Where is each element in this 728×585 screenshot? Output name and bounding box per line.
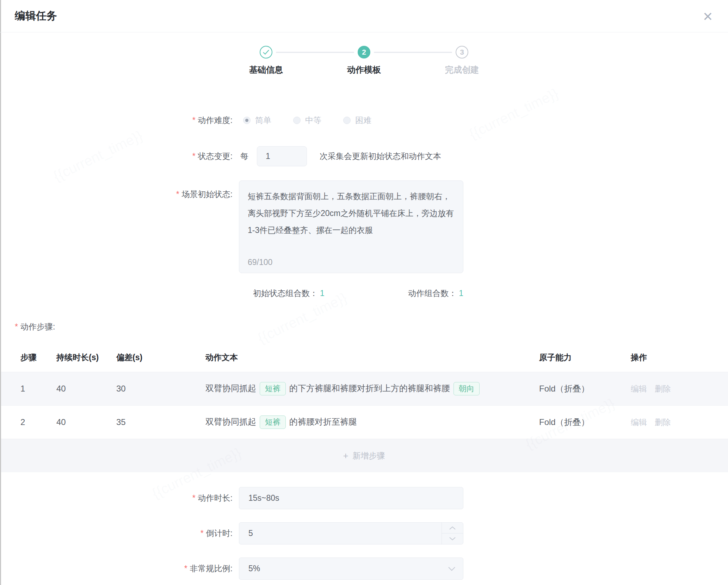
cell-atomic-ability: Fold（折叠） xyxy=(539,383,631,394)
add-step-button[interactable]: + 新增步骤 xyxy=(0,439,728,472)
state-change-prefix: 每 xyxy=(240,151,248,162)
action-duration-row: *动作时长: xyxy=(0,487,728,509)
step-label: 动作模板 xyxy=(347,64,381,75)
decrease-button[interactable] xyxy=(442,534,463,544)
cell-deviation: 35 xyxy=(116,417,205,427)
unusual-ratio-row: *非常规比例: xyxy=(0,558,728,580)
radio-label: 中等 xyxy=(305,115,321,126)
step-basic-info: 基础信息 xyxy=(217,46,315,75)
edit-link[interactable]: 编辑 xyxy=(631,384,647,393)
increase-button[interactable] xyxy=(442,523,463,534)
radio-circle-icon xyxy=(293,117,301,124)
cell-operations: 编辑删除 xyxy=(631,417,728,428)
initial-state-textarea[interactable]: 短裤五条数据背面朝上，五条数据正面朝上，裤腰朝右，离头部视野下方至少20cm之外… xyxy=(248,188,455,253)
step-label: 基础信息 xyxy=(249,64,283,75)
table-header-row: 步骤 持续时长(s) 偏差(s) 动作文本 原子能力 操作 xyxy=(0,343,728,372)
table-row: 2 40 35 双臂协同抓起短裤的裤腰对折至裤腿 Fold（折叠） 编辑删除 xyxy=(0,405,728,439)
state-change-label: *状态变更: xyxy=(0,151,233,162)
radio-label: 简单 xyxy=(255,115,271,126)
object-tag: 短裤 xyxy=(260,415,286,429)
chevron-down-icon xyxy=(449,537,456,541)
cell-step: 2 xyxy=(0,417,56,427)
step-done-circle xyxy=(260,46,272,58)
difficulty-label: *动作难度: xyxy=(0,115,233,126)
action-steps-table: 步骤 持续时长(s) 偏差(s) 动作文本 原子能力 操作 1 40 30 双臂… xyxy=(0,343,728,472)
action-duration-label: *动作时长: xyxy=(0,493,233,504)
step-pending-circle: 3 xyxy=(456,46,468,58)
table-row: 1 40 30 双臂协同抓起短裤的下方裤腿和裤腰对折到上方的裤腿和裤腰朝向 Fo… xyxy=(0,372,728,405)
col-atomic-ability: 原子能力 xyxy=(539,352,631,363)
radio-hard[interactable]: 困难 xyxy=(343,115,371,126)
close-icon[interactable]: × xyxy=(703,8,712,24)
initial-state-label: *场景初始状态: xyxy=(0,180,233,200)
cell-deviation: 30 xyxy=(116,384,205,394)
action-combos: 动作组合数：1 xyxy=(408,288,463,299)
countdown-number-input xyxy=(239,522,463,544)
step-action-template: 2 动作模板 xyxy=(315,46,413,75)
dialog-title: 编辑任务 xyxy=(15,9,703,23)
initial-combo-value: 1 xyxy=(320,289,325,298)
cell-atomic-ability: Fold（折叠） xyxy=(539,417,631,428)
check-icon xyxy=(263,49,270,55)
radio-circle-icon xyxy=(243,117,251,124)
stepper: 基础信息 2 动作模板 3 完成创建 xyxy=(0,46,728,75)
radio-simple[interactable]: 简单 xyxy=(243,115,271,126)
object-tag: 短裤 xyxy=(260,382,286,396)
col-operation: 操作 xyxy=(631,352,728,363)
countdown-input[interactable] xyxy=(239,522,463,544)
col-action-text: 动作文本 xyxy=(205,352,539,363)
cell-operations: 编辑删除 xyxy=(631,383,728,394)
difficulty-radio-group: 简单 中等 困难 xyxy=(243,115,393,126)
plus-icon: + xyxy=(343,450,348,461)
step-active-circle: 2 xyxy=(358,46,370,58)
initial-state-combos: 初始状态组合数：1 xyxy=(253,288,325,299)
initial-state-row: *场景初始状态: 短裤五条数据背面朝上，五条数据正面朝上，裤腰朝右，离头部视野下… xyxy=(0,180,728,273)
radio-circle-icon xyxy=(343,117,351,124)
cell-duration: 40 xyxy=(56,384,116,394)
unusual-ratio-value[interactable] xyxy=(239,558,463,580)
countdown-label: *倒计时: xyxy=(0,528,233,539)
delete-link[interactable]: 删除 xyxy=(655,384,671,393)
col-duration: 持续时长(s) xyxy=(56,352,116,363)
initial-state-box: 短裤五条数据背面朝上，五条数据正面朝上，裤腰朝右，离头部视野下方至少20cm之外… xyxy=(239,180,463,273)
col-step: 步骤 xyxy=(0,352,56,363)
step-label: 完成创建 xyxy=(445,64,479,75)
dialog-header: 编辑任务 × xyxy=(0,0,728,32)
delete-link[interactable]: 删除 xyxy=(655,418,671,427)
char-counter: 69/100 xyxy=(248,258,272,267)
radio-medium[interactable]: 中等 xyxy=(293,115,321,126)
number-spinner xyxy=(442,523,463,544)
action-combo-value: 1 xyxy=(459,289,463,298)
edit-link[interactable]: 编辑 xyxy=(631,418,647,427)
action-duration-input[interactable] xyxy=(239,487,463,509)
state-change-suffix: 次采集会更新初始状态和动作文本 xyxy=(320,151,441,162)
orientation-tag: 朝向 xyxy=(454,382,480,396)
unusual-ratio-select[interactable] xyxy=(239,558,463,580)
radio-label: 困难 xyxy=(355,115,371,126)
countdown-row: *倒计时: xyxy=(0,522,728,544)
col-deviation: 偏差(s) xyxy=(116,352,205,363)
combination-counts: 初始状态组合数：1 动作组合数：1 xyxy=(239,288,463,299)
cell-duration: 40 xyxy=(56,417,116,427)
action-steps-section-label: *动作步骤: xyxy=(15,321,728,332)
watermark: {{current_time}} xyxy=(467,85,561,142)
cell-step: 1 xyxy=(0,384,56,394)
unusual-ratio-label: *非常规比例: xyxy=(0,563,233,574)
cell-action-text: 双臂协同抓起短裤的下方裤腿和裤腰对折到上方的裤腿和裤腰朝向 xyxy=(205,382,539,396)
add-step-label: 新增步骤 xyxy=(353,450,385,461)
state-change-row: *状态变更: 每 次采集会更新初始状态和动作文本 xyxy=(0,146,728,166)
cell-action-text: 双臂协同抓起短裤的裤腰对折至裤腿 xyxy=(205,415,539,429)
difficulty-row: *动作难度: 简单 中等 困难 xyxy=(0,115,728,126)
state-change-input[interactable] xyxy=(257,146,307,166)
step-complete-creation: 3 完成创建 xyxy=(413,46,511,75)
chevron-up-icon xyxy=(449,526,456,530)
page-left-edge xyxy=(0,0,1,585)
edit-task-dialog: {{current_time}} {{current_time}} {{curr… xyxy=(0,0,728,585)
